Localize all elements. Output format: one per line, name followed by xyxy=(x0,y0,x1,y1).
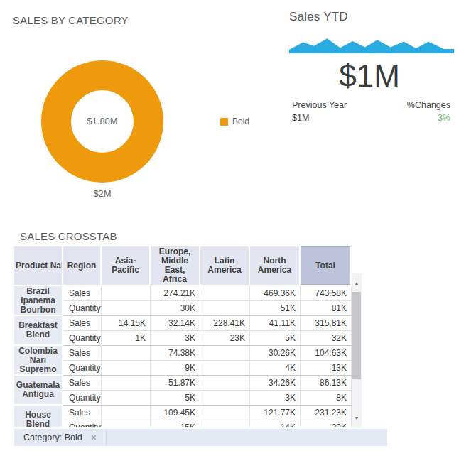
sparkline-area xyxy=(289,38,454,53)
product-cell-brazil-ipanema-bourbon[interactable]: Brazil Ipanema Bourbon xyxy=(14,286,63,316)
value-cell: 5K xyxy=(250,331,301,346)
donut-callout-label: $2M xyxy=(40,188,165,199)
value-cell: 231.23K xyxy=(301,406,352,420)
value-cell: 469.36K xyxy=(250,286,301,301)
sparkline-chart xyxy=(289,33,454,53)
value-cell xyxy=(200,301,250,316)
crosstab: Product NameRegionAsia-PacificEurope, Mi… xyxy=(14,246,352,427)
value-cell: 228.41K xyxy=(200,316,250,331)
filter-chip-label: Category: Bold xyxy=(23,433,82,442)
donut-chart[interactable]: $1.80M xyxy=(40,59,165,184)
donut-center-label: $1.80M xyxy=(87,116,117,126)
close-icon[interactable]: × xyxy=(91,433,97,442)
column-header-europe-middle-east-africa[interactable]: Europe, Middle East, Africa xyxy=(151,246,200,286)
value-cell: 3K xyxy=(151,331,200,346)
value-cell: 14K xyxy=(250,420,301,427)
kpi-value: $1M xyxy=(284,58,455,94)
pct-changes-label: %Changes xyxy=(407,100,450,110)
value-cell xyxy=(200,376,250,391)
previous-year-value: $1M xyxy=(292,113,347,123)
value-cell: 1K xyxy=(102,331,151,346)
sales-crosstab-title: SALES CROSSTAB xyxy=(20,230,117,242)
value-cell xyxy=(102,420,151,427)
column-header-region[interactable]: Region xyxy=(63,246,102,286)
legend-label: Bold xyxy=(232,116,249,126)
value-cell: 13K xyxy=(301,361,352,376)
product-cell-breakfast-blend[interactable]: Breakfast Blend xyxy=(14,316,63,346)
value-cell: 29K xyxy=(301,420,352,427)
value-cell: 743.58K xyxy=(301,286,352,301)
column-header-north-america[interactable]: North America xyxy=(250,246,301,286)
value-cell: 3K xyxy=(250,391,301,406)
value-cell xyxy=(200,391,250,406)
value-cell: 315.81K xyxy=(301,316,352,331)
metric-cell: Sales xyxy=(63,316,102,331)
metric-cell: Sales xyxy=(63,376,102,391)
table-row: Quantity1K3K23K5K32K xyxy=(14,331,352,346)
value-cell xyxy=(102,391,151,406)
pct-changes-block: %Changes 3% xyxy=(407,100,450,123)
value-cell: 23K xyxy=(200,331,250,346)
table-row: Quantity30K51K81K xyxy=(14,301,352,316)
value-cell: 41.11K xyxy=(250,316,301,331)
product-cell-guatemala-antigua[interactable]: Guatemala Antigua xyxy=(14,376,63,406)
value-cell xyxy=(200,361,250,376)
kpi-meta: Previous Year $1M %Changes 3% xyxy=(292,100,450,123)
value-cell: 14.15K xyxy=(102,316,151,331)
sales-ytd-title: Sales YTD xyxy=(289,10,348,24)
product-cell-house-blend[interactable]: House Blend xyxy=(14,406,63,427)
metric-cell: Quantity xyxy=(63,331,102,346)
value-cell: 5K xyxy=(151,391,200,406)
value-cell: 4K xyxy=(250,361,301,376)
value-cell: 30K xyxy=(151,301,200,316)
value-cell: 81K xyxy=(301,301,352,316)
value-cell: 9K xyxy=(151,361,200,376)
table-row: House BlendSales109.45K121.77K231.23K xyxy=(14,406,352,420)
column-header-asia-pacific[interactable]: Asia-Pacific xyxy=(102,246,151,286)
value-cell: 51.87K xyxy=(151,376,200,391)
value-cell: 74.38K xyxy=(151,346,200,361)
metric-cell: Quantity xyxy=(63,361,102,376)
value-cell xyxy=(102,301,151,316)
filter-chip[interactable]: Category: Bold × xyxy=(14,429,107,446)
value-cell xyxy=(200,346,250,361)
value-cell: 8K xyxy=(301,391,352,406)
previous-year-block: Previous Year $1M xyxy=(292,100,347,123)
value-cell: 104.63K xyxy=(301,346,352,361)
value-cell: 15K xyxy=(151,420,200,427)
legend-swatch-icon xyxy=(220,118,228,126)
value-cell: 121.77K xyxy=(250,406,301,420)
value-cell: 32.14K xyxy=(151,316,200,331)
table-row: Brazil Ipanema BourbonSales274.21K469.36… xyxy=(14,286,352,301)
value-cell xyxy=(102,376,151,391)
legend-item-bold[interactable]: Bold xyxy=(220,116,249,126)
crosstab-header: Product NameRegionAsia-PacificEurope, Mi… xyxy=(14,246,352,286)
metric-cell: Quantity xyxy=(63,301,102,316)
metric-cell: Sales xyxy=(63,406,102,420)
column-header-product-name[interactable]: Product Name xyxy=(14,246,63,286)
metric-cell: Sales xyxy=(63,286,102,301)
scroll-up-icon: ▲ xyxy=(355,281,359,286)
sales-by-category-title: SALES BY CATEGORY xyxy=(13,14,129,26)
vertical-scrollbar[interactable]: ▲ ▼ xyxy=(352,273,362,427)
product-cell-colombia-nari-supremo[interactable]: Colombia Nari Supremo xyxy=(14,346,63,376)
table-row: Guatemala AntiguaSales51.87K34.26K86.13K xyxy=(14,376,352,391)
scroll-up-button[interactable]: ▲ xyxy=(352,278,362,288)
column-header-total[interactable]: Total xyxy=(301,246,352,286)
value-cell: 86.13K xyxy=(301,376,352,391)
value-cell xyxy=(102,361,151,376)
value-cell xyxy=(200,420,250,427)
table-row: Quantity15K14K29K xyxy=(14,420,352,427)
value-cell xyxy=(102,346,151,361)
table-row: Quantity9K4K13K xyxy=(14,361,352,376)
scroll-down-icon: ▼ xyxy=(355,415,359,420)
scroll-down-button[interactable]: ▼ xyxy=(352,413,362,423)
value-cell: 51K xyxy=(250,301,301,316)
table-row: Quantity5K3K8K xyxy=(14,391,352,406)
value-cell: 274.21K xyxy=(151,286,200,301)
crosstab-table: Product NameRegionAsia-PacificEurope, Mi… xyxy=(14,246,352,427)
scrollbar-thumb[interactable] xyxy=(352,292,361,379)
value-cell: 34.26K xyxy=(250,376,301,391)
crosstab-body: Brazil Ipanema BourbonSales274.21K469.36… xyxy=(14,286,352,427)
column-header-latin-america[interactable]: Latin America xyxy=(200,246,250,286)
